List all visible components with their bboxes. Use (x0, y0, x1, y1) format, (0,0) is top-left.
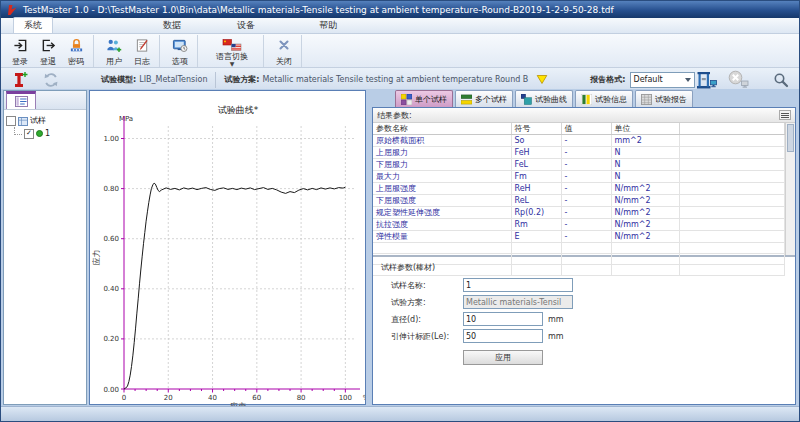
test-curve-chart: 试验曲线*MPa0.000.200.400.600.801.0002040608… (90, 91, 365, 408)
new-specimen-button[interactable] (11, 71, 28, 89)
svg-text:100: 100 (339, 394, 352, 402)
close-x-icon (277, 37, 291, 53)
tab-multi-specimen[interactable]: 多个试样 (455, 90, 513, 107)
results-grid: 参数名称 符号 值 单位 原始横截面积So-mm^2上屈服力FeH-N下屈服力F… (373, 123, 795, 257)
language-flags-icon (222, 37, 242, 53)
specimen-group-icon (18, 116, 28, 126)
col-parameter-name[interactable]: 参数名称 (373, 123, 511, 135)
scrollbar-thumb[interactable] (787, 124, 794, 152)
menu-tab-help[interactable]: 帮助 (309, 18, 347, 33)
tree-connector (14, 127, 22, 135)
menu-bar: 系统 数据 设备 帮助 (1, 18, 799, 34)
diameter-input[interactable] (463, 312, 543, 326)
col-unit[interactable]: 单位 (611, 123, 679, 135)
test-machine-button[interactable] (695, 70, 718, 90)
specimen-plan-label: 试验方案: (391, 297, 463, 308)
tree-view-tab[interactable] (6, 91, 36, 109)
user-button[interactable]: 用户 (100, 35, 128, 67)
table-row (373, 243, 785, 254)
svg-text:20: 20 (164, 394, 173, 402)
tab-single-specimen[interactable]: 单个试样 (395, 90, 453, 107)
test-plan-value: Metallic materials Tensile testing at am… (262, 75, 528, 84)
test-plan-label: 试验方案: (224, 74, 259, 85)
multi-specimen-icon (461, 94, 472, 105)
tab-test-report[interactable]: 试验报告 (635, 90, 693, 107)
tree-child-item[interactable]: ✓ 1 (10, 127, 84, 140)
password-lock-icon (69, 37, 84, 53)
table-row: 最大力Fm-N (373, 171, 785, 183)
search-settings-button[interactable] (773, 72, 789, 88)
svg-text:1.00: 1.00 (103, 135, 119, 143)
refresh-icon (43, 72, 59, 88)
language-switch-button[interactable]: 语言切换 ▼ (204, 35, 260, 67)
log-notepad-icon (135, 37, 150, 53)
options-monitor-icon (172, 37, 188, 53)
app-logo-icon (6, 4, 18, 16)
specimen-tree: 试样 ✓ 1 (4, 110, 86, 144)
root-checkbox[interactable] (6, 116, 16, 126)
apply-button[interactable]: 应用 (463, 350, 543, 365)
single-specimen-icon (401, 94, 412, 105)
table-row: 上屈服力FeH-N (373, 147, 785, 159)
gauge-length-input[interactable] (463, 329, 543, 343)
right-panel: 单个试样 多个试样 试验曲线 试验信息 试验报告 (372, 90, 796, 405)
menu-tab-data[interactable]: 数据 (153, 18, 191, 33)
svg-text:应力: 应力 (92, 250, 101, 266)
menu-tab-system[interactable]: 系统 (13, 17, 53, 33)
specimen-name-label: 试样名称: (391, 280, 463, 291)
col-filler (679, 123, 785, 135)
login-button[interactable]: 登录 (6, 35, 34, 67)
logout-button[interactable]: 登退 (34, 35, 62, 67)
specimen-plan-input (463, 295, 573, 309)
report-format-dropdown[interactable]: Default (630, 72, 695, 88)
options-button[interactable]: 选项 (166, 35, 194, 67)
table-header-row: 参数名称 符号 值 单位 (373, 123, 785, 135)
results-header-strip: 结果参数: (373, 108, 795, 123)
refresh-button[interactable] (43, 72, 59, 88)
gauge-length-unit: mm (548, 332, 564, 341)
results-scrollbar[interactable] (785, 123, 795, 255)
curve-chart-panel: 试验曲线*MPa0.000.200.400.600.801.0002040608… (89, 90, 366, 405)
logout-icon (41, 37, 56, 53)
results-menu-button[interactable] (779, 110, 791, 120)
col-value[interactable]: 值 (561, 123, 611, 135)
disconnect-button[interactable] (727, 70, 750, 90)
specimen-params-panel: 试样参数(棒材) 试样名称: 试验方案: 直径(d): mm (373, 257, 795, 404)
gauge-length-label: 引伸计标距(Le): (391, 331, 463, 342)
title-bar: TestMaster 1.0 - D:\TestMaster 1.0\Bin\d… (1, 1, 799, 18)
col-symbol[interactable]: 符号 (511, 123, 561, 135)
table-row: 下屈服力FeL-N (373, 159, 785, 171)
svg-text:%: % (363, 394, 365, 402)
specimen-panel-title: 试样参数(棒材) (381, 262, 787, 273)
svg-text:0.00: 0.00 (103, 386, 119, 394)
tree-root-label: 试样 (30, 115, 46, 126)
app-window: TestMaster 1.0 - D:\TestMaster 1.0\Bin\d… (0, 0, 800, 422)
window-title: TestMaster 1.0 - D:\TestMaster 1.0\Bin\d… (23, 5, 614, 15)
status-bar (1, 406, 799, 421)
svg-text:40: 40 (208, 394, 217, 402)
close-button[interactable]: 关闭 (270, 35, 298, 67)
tree-root-item[interactable]: 试样 (6, 114, 84, 127)
svg-text:60: 60 (252, 394, 261, 402)
table-row: 下屈服强度ReL-N/mm^2 (373, 195, 785, 207)
single-specimen-view: 结果参数: 参数名称 符号 值 单位 (372, 107, 796, 405)
toolbar-separator (215, 72, 216, 88)
menu-tab-device[interactable]: 设备 (227, 18, 265, 33)
table-row: 规定塑性延伸强度Rp(0.2)-N/mm^2 (373, 207, 785, 219)
specimen-tree-panel: 试样 ✓ 1 (3, 90, 87, 405)
specimen-name-input[interactable] (463, 278, 573, 292)
results-table-body: 原始横截面积So-mm^2上屈服力FeH-N下屈服力FeL-N最大力Fm-N上屈… (373, 135, 785, 276)
child-checkbox[interactable]: ✓ (24, 129, 34, 139)
tab-test-info[interactable]: 试验信息 (575, 90, 633, 107)
log-button[interactable]: 日志 (128, 35, 156, 67)
tab-test-curve[interactable]: 试验曲线 (515, 90, 573, 107)
table-row: 弹性模量E-N/mm^2 (373, 231, 785, 243)
test-report-icon (641, 94, 652, 105)
users-icon (106, 37, 122, 53)
svg-text:0.20: 0.20 (103, 335, 119, 343)
svg-text:试验曲线*: 试验曲线* (218, 105, 259, 115)
test-model-label: 试验模型: (101, 74, 136, 85)
password-button[interactable]: 密码 (62, 35, 90, 67)
dropdown-caret-icon (685, 78, 691, 82)
report-format-value: Default (634, 75, 663, 84)
